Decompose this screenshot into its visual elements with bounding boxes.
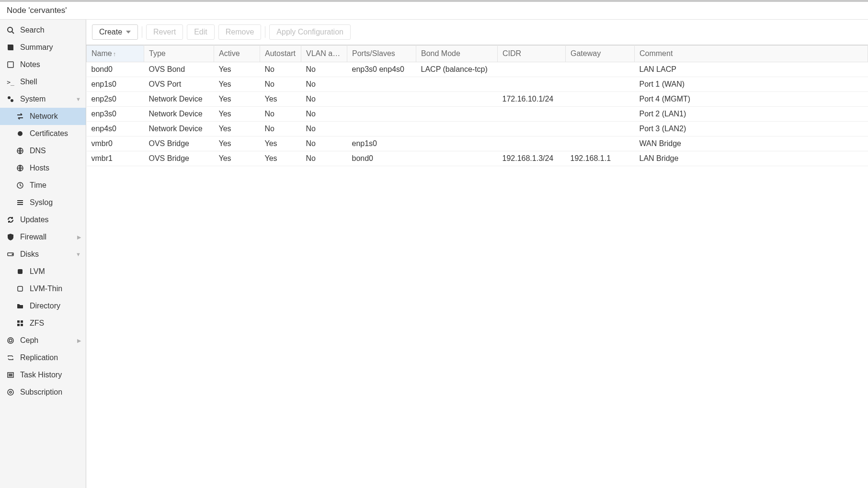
network-table: Name↑ Type Active Autostart VLAN a… Port… xyxy=(86,45,868,166)
table-row[interactable]: enp2s0Network DeviceYesYesNo172.16.10.1/… xyxy=(87,92,868,107)
cell-comment: Port 4 (MGMT) xyxy=(635,92,868,107)
col-header-name[interactable]: Name↑ xyxy=(87,45,144,62)
ceph-icon xyxy=(6,336,15,345)
table-row[interactable]: vmbr1OVS BridgeYesYesNobond0192.168.1.3/… xyxy=(87,151,868,166)
sidebar-item-lvm[interactable]: LVM xyxy=(0,263,86,280)
table-row[interactable]: vmbr0OVS BridgeYesYesNoenp1s0WAN Bridge xyxy=(87,136,868,151)
th-large-icon xyxy=(15,318,25,328)
remove-button[interactable]: Remove xyxy=(218,24,262,40)
sidebar-item-label: Network xyxy=(30,112,58,121)
globe-icon xyxy=(15,163,25,173)
cell-active: Yes xyxy=(214,77,260,92)
sidebar-item-ceph[interactable]: Ceph ▶ xyxy=(0,332,86,349)
cell-gateway xyxy=(566,122,635,136)
col-header-active[interactable]: Active xyxy=(214,45,260,62)
cell-ports xyxy=(347,122,416,136)
sidebar-item-lvm-thin[interactable]: LVM-Thin xyxy=(0,280,86,297)
cell-comment: Port 2 (LAN1) xyxy=(635,107,868,122)
revert-button[interactable]: Revert xyxy=(146,24,183,40)
apply-configuration-button[interactable]: Apply Configuration xyxy=(269,24,351,40)
cell-cidr: 192.168.1.3/24 xyxy=(498,151,566,166)
sidebar-item-shell[interactable]: >_ Shell xyxy=(0,73,86,91)
sidebar-item-search[interactable]: Search xyxy=(0,22,86,39)
cell-bond: LACP (balance-tcp) xyxy=(416,62,498,77)
sidebar-item-dns[interactable]: DNS xyxy=(0,142,86,159)
cell-autostart: Yes xyxy=(260,136,301,151)
svg-rect-15 xyxy=(17,324,20,326)
cell-comment: LAN LACP xyxy=(635,62,868,77)
sidebar-item-label: Search xyxy=(20,26,45,34)
sidebar-item-zfs[interactable]: ZFS xyxy=(0,315,86,332)
cell-bond xyxy=(416,92,498,107)
sidebar-item-label: LVM xyxy=(30,267,45,276)
sidebar-item-replication[interactable]: Replication xyxy=(0,349,86,366)
col-header-ports[interactable]: Ports/Slaves xyxy=(347,45,416,62)
cell-ports xyxy=(347,107,416,122)
sidebar-item-updates[interactable]: Updates xyxy=(0,211,86,228)
cell-name: enp4s0 xyxy=(87,122,144,136)
sidebar-item-disks[interactable]: Disks ▼ xyxy=(0,246,86,263)
sidebar-item-system[interactable]: System ▼ xyxy=(0,91,86,108)
sidebar-item-label: Directory xyxy=(30,302,60,310)
cell-cidr xyxy=(498,107,566,122)
sidebar-item-time[interactable]: Time xyxy=(0,177,86,194)
sidebar-item-label: LVM-Thin xyxy=(30,284,62,293)
cell-gateway: 192.168.1.1 xyxy=(566,151,635,166)
cell-autostart: No xyxy=(260,62,301,77)
svg-rect-14 xyxy=(21,320,23,323)
create-button[interactable]: Create xyxy=(92,24,138,40)
cell-bond xyxy=(416,107,498,122)
sidebar-item-firewall[interactable]: Firewall ▶ xyxy=(0,228,86,246)
sidebar-item-hosts[interactable]: Hosts xyxy=(0,159,86,177)
cell-vlan: No xyxy=(301,77,347,92)
page-title: Node 'cervantes' xyxy=(0,0,868,20)
sidebar-item-notes[interactable]: Notes xyxy=(0,56,86,73)
chevron-right-icon: ▶ xyxy=(77,234,81,240)
sidebar-item-syslog[interactable]: Syslog xyxy=(0,194,86,211)
notes-icon xyxy=(6,60,15,69)
col-header-autostart[interactable]: Autostart xyxy=(260,45,301,62)
cell-cidr xyxy=(498,122,566,136)
cell-gateway xyxy=(566,77,635,92)
sidebar-item-label: Summary xyxy=(20,43,53,52)
col-header-bond[interactable]: Bond Mode xyxy=(416,45,498,62)
cell-ports xyxy=(347,92,416,107)
globe-icon xyxy=(15,146,25,156)
col-header-comment[interactable]: Comment xyxy=(635,45,868,62)
cell-bond xyxy=(416,136,498,151)
toolbar: Create Revert Edit Remove Apply Configur… xyxy=(86,20,868,45)
list-alt-icon xyxy=(6,370,15,380)
cell-type: OVS Bond xyxy=(144,62,214,77)
table-row[interactable]: enp4s0Network DeviceYesNoNoPort 3 (LAN2) xyxy=(87,122,868,136)
sidebar-item-certificates[interactable]: Certificates xyxy=(0,125,86,142)
sidebar-item-summary[interactable]: Summary xyxy=(0,39,86,56)
sidebar-item-label: Notes xyxy=(20,60,40,69)
cell-cidr xyxy=(498,62,566,77)
book-icon xyxy=(6,43,15,52)
sidebar-item-directory[interactable]: Directory xyxy=(0,297,86,315)
col-header-gateway[interactable]: Gateway xyxy=(566,45,635,62)
table-row[interactable]: bond0OVS BondYesNoNoenp3s0 enp4s0LACP (b… xyxy=(87,62,868,77)
cell-gateway xyxy=(566,136,635,151)
col-header-cidr[interactable]: CIDR xyxy=(498,45,566,62)
cell-type: Network Device xyxy=(144,107,214,122)
shield-icon xyxy=(6,232,15,242)
cell-vlan: No xyxy=(301,62,347,77)
sidebar-item-network[interactable]: Network xyxy=(0,108,86,125)
square-solid-icon xyxy=(15,267,25,276)
cell-type: OVS Bridge xyxy=(144,136,214,151)
col-header-type[interactable]: Type xyxy=(144,45,214,62)
sidebar-item-subscription[interactable]: Subscription xyxy=(0,384,86,401)
retweet-icon xyxy=(6,353,15,363)
sidebar-item-label: Hosts xyxy=(30,164,49,172)
sidebar-item-task-history[interactable]: Task History xyxy=(0,366,86,384)
sidebar-item-label: Replication xyxy=(20,353,58,362)
table-row[interactable]: enp3s0Network DeviceYesNoNoPort 2 (LAN1) xyxy=(87,107,868,122)
edit-button[interactable]: Edit xyxy=(187,24,215,40)
toolbar-separator xyxy=(265,26,265,38)
col-header-vlan[interactable]: VLAN a… xyxy=(301,45,347,62)
list-icon xyxy=(15,198,25,207)
clock-icon xyxy=(15,181,25,190)
cell-type: OVS Bridge xyxy=(144,151,214,166)
table-row[interactable]: enp1s0OVS PortYesNoNoPort 1 (WAN) xyxy=(87,77,868,92)
